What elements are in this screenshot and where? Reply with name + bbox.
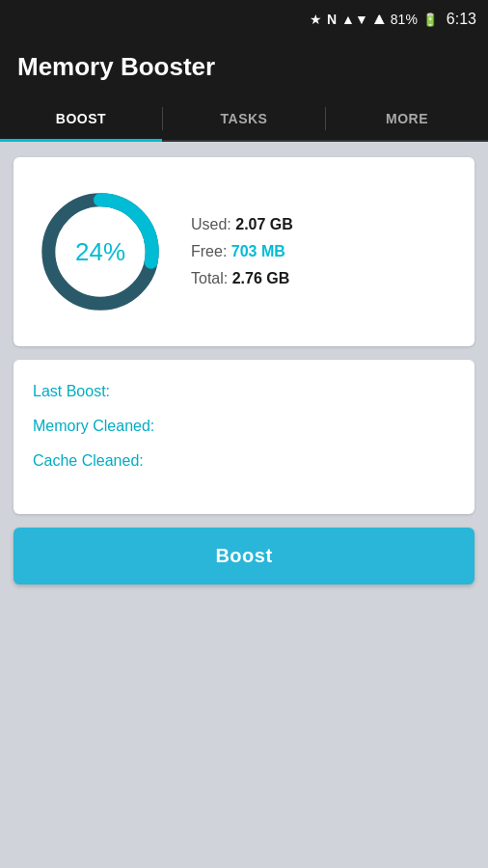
- total-label: Total:: [191, 270, 232, 286]
- total-stat: Total: 2.76 GB: [191, 270, 293, 287]
- memory-cleaned-row: Memory Cleaned:: [33, 418, 455, 435]
- battery-icon: 🔋: [422, 13, 438, 27]
- boost-button[interactable]: Boost: [14, 528, 474, 584]
- donut-chart: 24%: [33, 184, 168, 319]
- battery-percentage: 81%: [391, 12, 418, 27]
- free-label: Free:: [191, 243, 231, 259]
- wifi-icon: ▲▼: [341, 12, 368, 27]
- donut-percentage-label: 24%: [75, 237, 125, 267]
- free-stat: Free: 703 MB: [191, 243, 293, 260]
- app-title: Memory Booster: [17, 52, 215, 81]
- tab-bar: BOOST TASKS MORE: [0, 97, 488, 142]
- app-header: Memory Booster: [0, 39, 488, 97]
- cache-cleaned-row: Cache Cleaned:: [33, 452, 455, 470]
- bluetooth-icon: ★: [310, 12, 322, 27]
- last-boost-row: Last Boost:: [33, 383, 455, 400]
- clock: 6:13: [447, 11, 476, 28]
- total-value: 2.76 GB: [232, 270, 290, 286]
- used-label: Used:: [191, 216, 235, 232]
- used-value: 2.07 GB: [235, 216, 293, 232]
- used-stat: Used: 2.07 GB: [191, 216, 293, 233]
- memory-card: 24% Used: 2.07 GB Free: 703 MB Total: 2.…: [14, 157, 474, 346]
- memory-stats: Used: 2.07 GB Free: 703 MB Total: 2.76 G…: [191, 216, 293, 287]
- nfc-icon: N: [327, 12, 337, 27]
- last-boost-label: Last Boost:: [33, 383, 110, 399]
- tab-more[interactable]: MORE: [326, 97, 488, 140]
- status-bar: ★ N ▲▼ ⯅ 81% 🔋 6:13: [0, 0, 488, 39]
- memory-cleaned-label: Memory Cleaned:: [33, 418, 154, 434]
- info-card: Last Boost: Memory Cleaned: Cache Cleane…: [14, 360, 474, 514]
- status-icons: ★ N ▲▼ ⯅ 81% 🔋 6:13: [310, 11, 476, 28]
- signal-icon: ⯅: [373, 13, 386, 27]
- main-content: 24% Used: 2.07 GB Free: 703 MB Total: 2.…: [0, 142, 488, 600]
- tab-boost[interactable]: BOOST: [0, 97, 162, 140]
- cache-cleaned-label: Cache Cleaned:: [33, 452, 144, 469]
- tab-tasks[interactable]: TASKS: [163, 97, 325, 140]
- free-value: 703 MB: [231, 243, 285, 259]
